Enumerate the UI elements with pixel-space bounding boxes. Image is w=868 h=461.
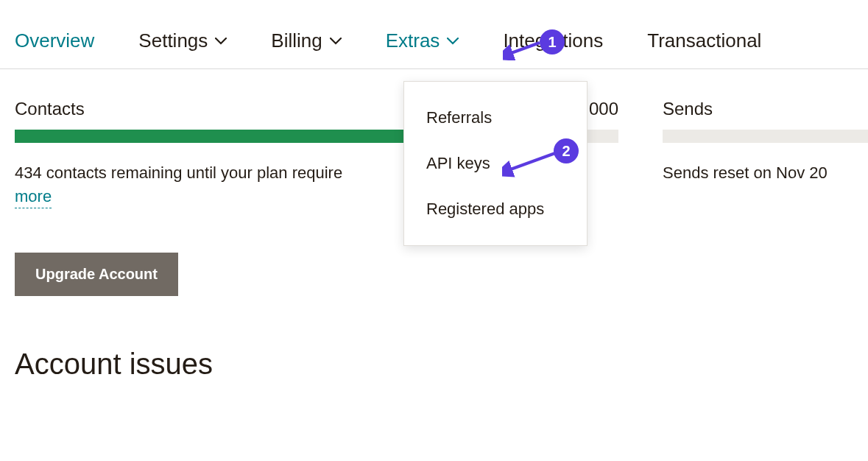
sends-header: Sends (663, 99, 868, 119)
tab-transactional[interactable]: Transactional (647, 29, 761, 52)
account-issues-heading: Account issues (15, 348, 853, 381)
contacts-progress-fill (15, 130, 407, 143)
sends-label: Sends (663, 99, 713, 119)
annotation-arrow-2 (502, 149, 561, 178)
tab-settings[interactable]: Settings (138, 29, 227, 52)
tab-extras[interactable]: Extras (386, 29, 459, 52)
dropdown-item-registered-apps[interactable]: Registered apps (404, 186, 587, 232)
chevron-down-icon (447, 38, 459, 45)
tab-settings-label: Settings (138, 29, 208, 52)
tab-billing-label: Billing (271, 29, 322, 52)
contacts-label: Contacts (15, 99, 85, 119)
chevron-down-icon (330, 38, 342, 45)
annotation-badge-1: 1 (540, 29, 565, 54)
upgrade-account-button[interactable]: Upgrade Account (15, 253, 178, 296)
sends-note: Sends reset on Nov 20 (663, 163, 868, 183)
tab-extras-label: Extras (386, 29, 440, 52)
svg-line-0 (507, 43, 540, 54)
sends-panel: Sends Sends reset on Nov 20 (663, 99, 868, 208)
tab-billing[interactable]: Billing (271, 29, 341, 52)
svg-line-1 (507, 153, 555, 171)
dropdown-item-referrals[interactable]: Referrals (404, 95, 587, 141)
sends-progress-bar (663, 130, 868, 143)
tab-overview[interactable]: Overview (15, 29, 94, 52)
annotation-badge-2: 2 (554, 138, 579, 163)
chevron-down-icon (215, 38, 227, 45)
contacts-value: 000 (589, 99, 618, 119)
learn-more-link[interactable]: more (15, 187, 52, 208)
account-tabs: Overview Settings Billing Extras Integra… (0, 0, 868, 69)
